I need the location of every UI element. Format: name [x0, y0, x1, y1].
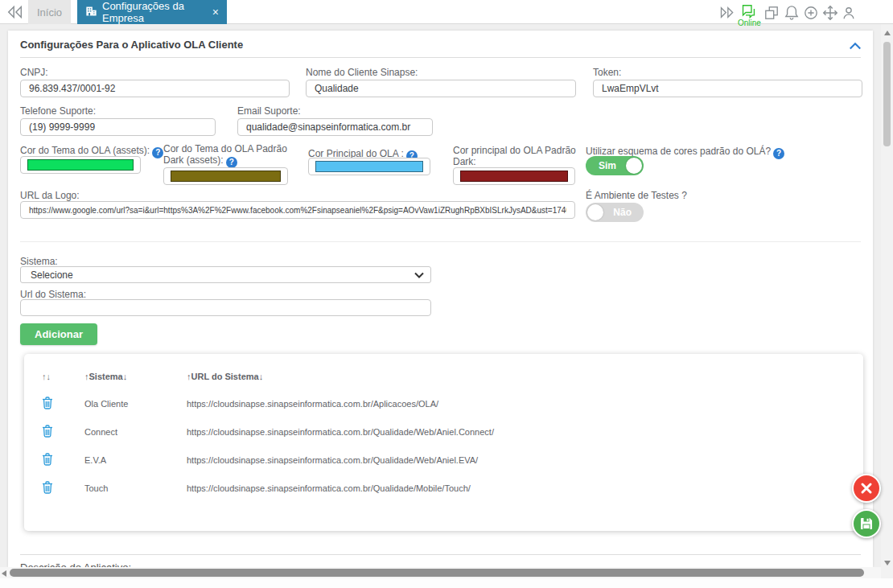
tab-configuracoes-empresa[interactable]: Configurações da Empresa × — [77, 0, 227, 24]
row-url: https://cloudsinapse.sinapseinformatica.… — [187, 455, 478, 465]
url-logo-label: URL da Logo: — [20, 190, 80, 201]
chat-online-icon[interactable] — [740, 4, 755, 19]
nome-cliente-label: Nome do Cliente Sinapse: — [306, 67, 418, 78]
ambiente-testes-label: É Ambiente de Testes ? — [586, 190, 687, 201]
ambiente-testes-toggle[interactable]: Não — [586, 203, 644, 222]
scroll-left-icon[interactable] — [2, 570, 6, 577]
company-icon — [85, 6, 97, 19]
close-icon — [860, 482, 873, 495]
sistemas-table-card: ↑↓ ↑Sistema↓ ↑URL do Sistema↓ Ola Client… — [24, 354, 863, 531]
delete-row-icon[interactable] — [42, 397, 84, 411]
row-sistema: Ola Cliente — [84, 399, 187, 409]
tab-close-icon[interactable]: × — [212, 6, 219, 18]
row-sistema: Touch — [84, 483, 187, 493]
table-body: Ola Cliente https://cloudsinapse.sinapse… — [24, 389, 863, 502]
company-settings-panel: Configurações Para o Aplicativo OLA Clie… — [8, 31, 873, 567]
bell-icon[interactable] — [784, 5, 799, 19]
cnpj-input[interactable] — [20, 80, 290, 97]
cnpj-label: CNPJ: — [20, 67, 48, 78]
user-icon[interactable] — [842, 6, 856, 20]
esquema-padrao-toggle[interactable]: Sim — [586, 156, 644, 175]
table-row: Touch https://cloudsinapse.sinapseinform… — [24, 474, 863, 502]
nome-cliente-input[interactable] — [306, 80, 576, 97]
move-icon[interactable] — [822, 5, 837, 19]
cancel-button[interactable] — [852, 474, 881, 503]
token-label: Token: — [593, 67, 621, 78]
url-column-header[interactable]: ↑URL do Sistema↓ — [187, 372, 263, 381]
table-row: E.V.A https://cloudsinapse.sinapseinform… — [24, 446, 863, 474]
tab-config-label: Configurações da Empresa — [102, 0, 204, 24]
sistema-column-header[interactable]: ↑Sistema↓ — [84, 372, 187, 381]
chevron-down-icon — [414, 271, 424, 279]
toggle-knob — [626, 158, 642, 174]
delete-row-icon[interactable] — [42, 453, 84, 467]
table-row: Ola Cliente https://cloudsinapse.sinapse… — [24, 389, 863, 417]
toggle-knob — [587, 204, 603, 220]
add-circle-icon[interactable] — [804, 6, 818, 20]
toggle-on-label: Sim — [599, 156, 616, 175]
online-status-label: Online — [738, 19, 761, 27]
url-logo-input[interactable] — [20, 201, 575, 219]
next-section-title: Descrição do Aplicativo: — [20, 561, 131, 567]
tab-inicio[interactable]: Início — [28, 0, 71, 24]
token-input[interactable] — [593, 80, 862, 97]
help-icon[interactable]: ? — [152, 147, 163, 158]
row-sistema: Connect — [84, 427, 187, 437]
url-sistema-input[interactable] — [20, 299, 431, 316]
row-url: https://cloudsinapse.sinapseinformatica.… — [187, 483, 471, 493]
telefone-input[interactable] — [20, 118, 216, 136]
vertical-scroll-thumb[interactable] — [883, 42, 891, 146]
email-label: Email Suporte: — [237, 105, 301, 117]
delete-row-icon[interactable] — [42, 481, 84, 495]
scroll-down-icon[interactable] — [884, 561, 891, 565]
sistema-selected-value: Selecione — [31, 269, 73, 281]
help-icon[interactable]: ? — [226, 157, 237, 168]
cor-principal-field[interactable] — [308, 158, 430, 175]
url-sistema-label: Url do Sistema: — [20, 289, 86, 300]
sort-column-header[interactable]: ↑↓ — [42, 372, 84, 381]
adicionar-button[interactable]: Adicionar — [20, 323, 97, 345]
table-row: Connect https://cloudsinapse.sinapseinfo… — [24, 417, 863, 446]
tab-inicio-label: Início — [37, 6, 62, 19]
cor-tema-dark-field[interactable] — [163, 167, 288, 185]
sistema-select[interactable]: Selecione — [20, 266, 431, 283]
cor-principal-dark-field[interactable] — [453, 167, 575, 185]
telefone-label: Telefone Suporte: — [20, 105, 96, 117]
tabs-scroll-left-icon[interactable] — [6, 4, 24, 20]
toggle-off-label: Não — [613, 203, 632, 222]
table-header-row: ↑↓ ↑Sistema↓ ↑URL do Sistema↓ — [24, 372, 863, 381]
panel-title: Configurações Para o Aplicativo OLA Clie… — [20, 39, 243, 51]
row-url: https://cloudsinapse.sinapseinformatica.… — [187, 427, 494, 437]
horizontal-scrollbar[interactable] — [0, 567, 881, 578]
cor-tema-dark-label: Cor do Tema do OLA Padrão Dark (assets):… — [163, 143, 294, 168]
copy-icon[interactable] — [764, 6, 779, 20]
help-icon[interactable]: ? — [773, 148, 784, 159]
email-input[interactable] — [237, 118, 433, 136]
scroll-up-icon[interactable] — [884, 31, 891, 35]
top-tab-bar: Início Configurações da Empresa × Onli — [0, 0, 893, 24]
delete-row-icon[interactable] — [42, 425, 84, 439]
horizontal-scroll-thumb[interactable] — [10, 569, 864, 577]
vertical-scrollbar[interactable] — [881, 24, 893, 578]
row-url: https://cloudsinapse.sinapseinformatica.… — [187, 399, 438, 409]
cor-tema-field[interactable] — [20, 156, 141, 174]
sistema-label: Sistema: — [20, 256, 58, 267]
row-sistema: E.V.A — [84, 455, 187, 465]
bottom-strip — [0, 578, 893, 588]
collapse-panel-icon[interactable] — [849, 39, 862, 49]
save-button[interactable] — [852, 509, 881, 538]
save-disk-icon — [859, 516, 874, 531]
fast-forward-icon[interactable] — [719, 6, 734, 20]
